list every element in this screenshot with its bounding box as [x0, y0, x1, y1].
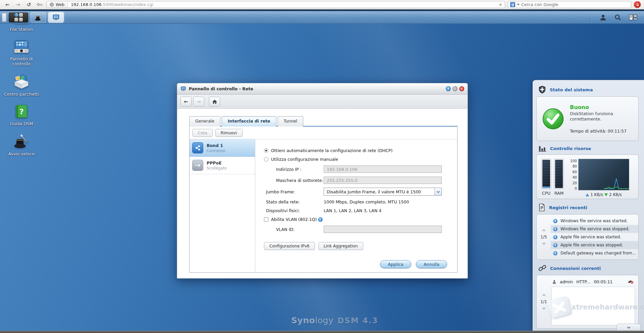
menu-diamond-icon — [14, 12, 18, 17]
vlan-info-icon[interactable]: i — [318, 217, 323, 222]
taskbar-quickstart-button[interactable] — [31, 12, 46, 22]
system-status-description: DiskStation funziona correttamente. — [570, 111, 620, 122]
page-down-icon[interactable] — [542, 306, 545, 310]
tab-generale[interactable]: Generale — [189, 116, 220, 127]
dialog-minimize-button[interactable]: – — [452, 86, 458, 91]
search-icon[interactable] — [614, 14, 622, 21]
user-account-icon[interactable] — [599, 14, 607, 21]
dialog-forward-button[interactable]: → — [193, 97, 204, 106]
browser-back-button[interactable]: ← — [3, 1, 11, 8]
subnet-mask-label: Maschera di sottorete: — [264, 178, 324, 183]
desktop-icon-label: Avvio veloce — [8, 151, 35, 156]
desktop-icon-dsm-help[interactable]: ? Guida DSM — [4, 104, 39, 126]
link-aggregation-button[interactable]: Link Aggregation — [318, 242, 363, 250]
show-desktop-button[interactable] — [2, 13, 6, 22]
search-engine-dropdown-icon[interactable] — [517, 4, 520, 5]
remove-button[interactable]: Rimuovi — [215, 129, 243, 137]
info-icon: i — [553, 235, 557, 239]
system-status-state: Buono — [570, 104, 627, 110]
jumbo-frame-select[interactable]: Disabilita Jumbo Frame, il valore MTU è … — [324, 188, 442, 196]
dsm-help-icon: ? — [14, 104, 29, 120]
dsm-taskbar — [0, 11, 644, 24]
chart-plot-area — [578, 159, 629, 190]
info-icon: i — [553, 251, 557, 255]
control-panel-icon — [13, 39, 30, 55]
interface-settings-form: Ottieni automaticamente la configurazion… — [255, 139, 457, 272]
main-menu-button[interactable] — [9, 12, 28, 22]
logs-page-indicator: 1/5 — [540, 235, 547, 239]
log-row: iWindows file service was started. — [551, 217, 638, 225]
adblock-stop-hand-icon[interactable] — [634, 1, 641, 8]
select-arrow-button[interactable] — [434, 188, 441, 195]
page-up-icon[interactable] — [542, 229, 545, 233]
dhcp-radio[interactable] — [264, 148, 268, 153]
site-label: Web — [56, 2, 64, 7]
bookmark-star-icon[interactable]: ★ — [496, 2, 505, 7]
physical-devices-value: LAN 1, LAN 2, LAN 3, LAN 4 — [324, 208, 381, 213]
system-status-panel: Buono DiskStation funziona correttamente… — [536, 96, 639, 141]
pilot-view-icon[interactable] — [629, 14, 637, 20]
system-status-header[interactable]: Stato del sistema — [538, 86, 639, 94]
address-bar[interactable]: Web 192.168.0.106:5000/webman/index.cgi … — [46, 1, 505, 8]
interface-name: Bond 1 — [207, 143, 225, 148]
connections-page-indicator: 1/1 — [540, 299, 547, 304]
tab-interfaccia-di-rete[interactable]: Interfaccia di rete — [222, 116, 276, 127]
dialog-home-button[interactable] — [209, 97, 220, 106]
dialog-nav-toolbar: ← → — [177, 95, 468, 109]
connection-time: 00:05:11 — [594, 279, 612, 284]
tab-tunnel[interactable]: Tunnel — [278, 116, 304, 127]
connection-row: admin HTTP... 00:05:11 — [551, 278, 636, 287]
dialog-titlebar[interactable]: Pannello di controllo - Rete ? – ✕ — [177, 83, 468, 95]
chart-legend: 1 KB/s 2 KB/s — [578, 192, 629, 197]
kick-connection-icon[interactable] — [627, 279, 633, 285]
interface-item-bond1[interactable]: Bond 1 Connesso — [190, 139, 255, 157]
google-logo-icon: g — [510, 2, 515, 7]
jumbo-frame-label: Jumbo Frame: — [264, 189, 324, 194]
desktop-icon-package-center[interactable]: Centro pacchetti — [4, 74, 39, 97]
current-connections-header[interactable]: Connessioni correnti — [538, 264, 639, 272]
network-status-value: 1000 Mbps, Duplex completo, MTU 1500 — [324, 199, 409, 204]
ipv6-config-button[interactable]: Configurazione IPv6 — [264, 242, 315, 250]
dialog-back-button[interactable]: ← — [180, 97, 192, 106]
widget-title: Connessioni correnti — [550, 266, 601, 271]
widget-panel-collapse-tab[interactable] — [616, 324, 641, 331]
subnet-mask-input[interactable] — [324, 177, 442, 184]
interface-item-pppoe[interactable]: PPPoE Scollegato — [190, 157, 255, 174]
synology-dsm-watermark: SynologyDSM 4.3 — [291, 316, 378, 325]
page-up-icon[interactable] — [542, 294, 545, 297]
chevron-down-icon — [436, 190, 440, 193]
cancel-button[interactable]: Annulla — [416, 260, 447, 268]
browser-forward-button[interactable]: → — [14, 1, 22, 8]
desktop-icon-control-panel[interactable]: Pannello di controllo — [4, 39, 39, 66]
apply-button[interactable]: Applica — [380, 260, 411, 268]
create-button[interactable]: Crea — [193, 129, 213, 137]
site-identity-chip[interactable]: Web — [47, 1, 68, 8]
vlan-id-input[interactable] — [324, 226, 442, 233]
ip-label: Indirizzo IP : — [264, 167, 324, 172]
enable-vlan-checkbox[interactable] — [264, 217, 268, 222]
physical-devices-label: Dispositivi fisici: — [264, 208, 324, 213]
bond-interface-icon — [192, 142, 203, 153]
browser-search-box[interactable]: g — [508, 1, 631, 8]
desktop-icon-quick-start[interactable]: Avvio veloce — [4, 134, 39, 156]
dialog-help-button[interactable]: ? — [446, 86, 451, 91]
taskbar-control-panel-button[interactable] — [48, 12, 64, 22]
browser-key-icon[interactable] — [36, 1, 44, 8]
manual-config-radio[interactable] — [264, 157, 268, 161]
info-icon: i — [553, 243, 557, 247]
search-input[interactable] — [521, 2, 629, 7]
chevron-down-icon — [627, 325, 630, 329]
log-row: iDefault gateway was changed from... — [551, 249, 638, 257]
interface-status: Scollegato — [207, 166, 227, 171]
recent-logs-header[interactable]: Registri recenti — [538, 203, 639, 211]
resource-monitor-header[interactable]: Controllo risorse — [538, 145, 639, 152]
system-uptime: Tempo di attività: 00:11:57 — [570, 129, 627, 134]
page-down-icon[interactable] — [542, 241, 545, 245]
network-interface-panel: Crea Rimuovi Bond 1 Connesso — [189, 126, 458, 273]
home-icon — [212, 99, 217, 104]
network-chart-lines — [579, 159, 629, 190]
browser-reload-button[interactable]: ↺ — [25, 1, 33, 8]
dialog-body: Generale Interfaccia di rete Tunnel Crea… — [177, 109, 468, 278]
ip-input[interactable] — [324, 165, 442, 173]
dialog-close-button[interactable]: ✕ — [459, 86, 464, 91]
